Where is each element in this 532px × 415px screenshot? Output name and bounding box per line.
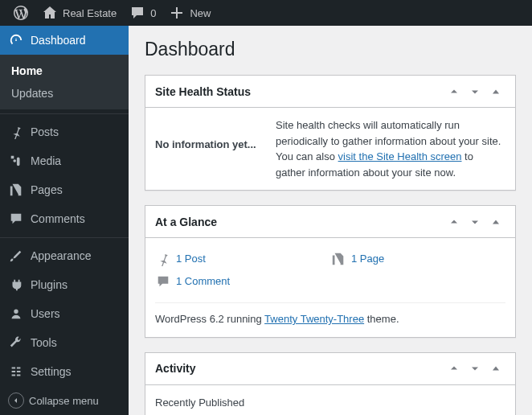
new-label: New bbox=[190, 7, 211, 19]
menu-posts[interactable]: Posts bbox=[0, 117, 129, 146]
widget-title: At a Glance bbox=[155, 216, 444, 228]
menu-media[interactable]: Media bbox=[0, 146, 129, 175]
move-up-button[interactable] bbox=[444, 359, 464, 378]
wordpress-version: WordPress 6.2 running Twenty Twenty-Thre… bbox=[155, 302, 505, 327]
menu-label: Posts bbox=[31, 125, 59, 138]
widget-title: Activity bbox=[155, 362, 444, 375]
collapse-label: Collapse menu bbox=[29, 395, 99, 407]
menu-tools[interactable]: Tools bbox=[0, 328, 129, 357]
widget-actions bbox=[444, 82, 505, 101]
glance-label: 1 Post bbox=[176, 251, 206, 267]
pushpin-icon bbox=[8, 124, 24, 140]
comment-icon bbox=[8, 211, 24, 227]
move-down-button[interactable] bbox=[465, 359, 485, 378]
home-icon bbox=[42, 5, 58, 21]
admin-sidebar: Dashboard Home Updates Posts Media Pages… bbox=[0, 26, 129, 415]
wp-logo-menu[interactable] bbox=[6, 0, 35, 26]
submenu-home[interactable]: Home bbox=[0, 60, 129, 82]
collapse-menu[interactable]: Collapse menu bbox=[0, 386, 129, 415]
menu-label: Media bbox=[31, 154, 61, 167]
theme-link[interactable]: Twenty Twenty-Three bbox=[264, 313, 364, 325]
activity-widget: Activity Recently Published bbox=[145, 352, 516, 416]
glance-items: 1 Post 1 Page 1 Comment bbox=[155, 248, 505, 293]
widget-title: Site Health Status bbox=[155, 85, 444, 98]
site-name-menu[interactable]: Real Estate bbox=[35, 0, 123, 26]
glance-label: 1 Page bbox=[351, 251, 384, 267]
comments-menu[interactable]: 0 bbox=[123, 0, 162, 26]
toggle-button[interactable] bbox=[486, 82, 505, 101]
wrench-icon bbox=[8, 335, 24, 351]
menu-separator bbox=[0, 113, 129, 114]
menu-label: Settings bbox=[31, 365, 72, 378]
media-icon bbox=[8, 153, 24, 169]
menu-comments[interactable]: Comments bbox=[0, 204, 129, 233]
move-down-button[interactable] bbox=[465, 212, 485, 232]
toggle-button[interactable] bbox=[486, 212, 505, 232]
widget-body: Recently Published bbox=[145, 385, 515, 416]
widget-actions bbox=[444, 212, 505, 232]
comment-icon bbox=[129, 5, 145, 21]
menu-label: Users bbox=[31, 307, 60, 320]
widget-header: Site Health Status bbox=[145, 76, 515, 108]
menu-pages[interactable]: Pages bbox=[0, 175, 129, 204]
text: WordPress 6.2 running bbox=[155, 313, 264, 325]
new-content-menu[interactable]: New bbox=[162, 0, 217, 26]
widget-actions bbox=[444, 359, 505, 378]
menu-label: Dashboard bbox=[31, 34, 86, 47]
settings-icon bbox=[8, 364, 24, 380]
at-a-glance-widget: At a Glance 1 Post 1 Page bbox=[145, 205, 516, 338]
menu-users[interactable]: Users bbox=[0, 299, 129, 328]
widget-header: Activity bbox=[145, 353, 515, 385]
glance-label: 1 Comment bbox=[176, 273, 230, 290]
move-up-button[interactable] bbox=[444, 212, 464, 232]
user-icon bbox=[8, 306, 24, 322]
pushpin-icon bbox=[155, 251, 171, 267]
collapse-icon bbox=[8, 392, 24, 409]
page-icon bbox=[8, 182, 24, 198]
menu-label: Comments bbox=[31, 212, 85, 225]
recently-published-heading: Recently Published bbox=[155, 395, 505, 411]
page-title: Dashboard bbox=[145, 39, 516, 60]
glance-posts[interactable]: 1 Post bbox=[155, 248, 330, 270]
site-health-status: No information yet... bbox=[155, 117, 276, 153]
page-icon bbox=[330, 251, 346, 267]
menu-label: Appearance bbox=[31, 249, 92, 262]
site-health-link[interactable]: visit the Site Health screen bbox=[338, 150, 462, 162]
submenu-dashboard: Home Updates bbox=[0, 55, 129, 109]
menu-plugins[interactable]: Plugins bbox=[0, 270, 129, 299]
dashboard-icon bbox=[8, 32, 24, 48]
glance-pages[interactable]: 1 Page bbox=[330, 248, 505, 270]
site-name-label: Real Estate bbox=[63, 7, 117, 19]
wordpress-icon bbox=[13, 5, 29, 21]
submenu-updates[interactable]: Updates bbox=[0, 82, 129, 105]
menu-settings[interactable]: Settings bbox=[0, 357, 129, 386]
widget-body: 1 Post 1 Page 1 Comment WordPress 6.2 ru… bbox=[145, 238, 515, 337]
text: theme. bbox=[364, 313, 399, 325]
glance-comments[interactable]: 1 Comment bbox=[155, 270, 330, 293]
menu-dashboard[interactable]: Dashboard bbox=[0, 26, 129, 55]
plus-icon bbox=[169, 5, 185, 21]
comment-icon bbox=[155, 273, 171, 290]
widget-header: At a Glance bbox=[145, 206, 515, 238]
admin-bar: Real Estate 0 New bbox=[0, 0, 532, 26]
brush-icon bbox=[8, 248, 24, 264]
menu-label: Pages bbox=[31, 183, 63, 196]
comments-count: 0 bbox=[150, 7, 156, 19]
menu-separator bbox=[0, 236, 129, 238]
move-down-button[interactable] bbox=[465, 82, 485, 101]
toggle-button[interactable] bbox=[486, 359, 505, 378]
site-health-description: Site health checks will automatically ru… bbox=[276, 117, 505, 180]
plugin-icon bbox=[8, 277, 24, 293]
site-health-widget: Site Health Status No information yet...… bbox=[145, 75, 516, 191]
menu-label: Plugins bbox=[31, 278, 68, 291]
main-content: Dashboard Site Health Status No informat… bbox=[129, 26, 532, 415]
menu-appearance[interactable]: Appearance bbox=[0, 241, 129, 270]
menu-label: Tools bbox=[31, 336, 57, 349]
widget-body: No information yet... Site health checks… bbox=[145, 108, 515, 190]
move-up-button[interactable] bbox=[444, 82, 464, 101]
